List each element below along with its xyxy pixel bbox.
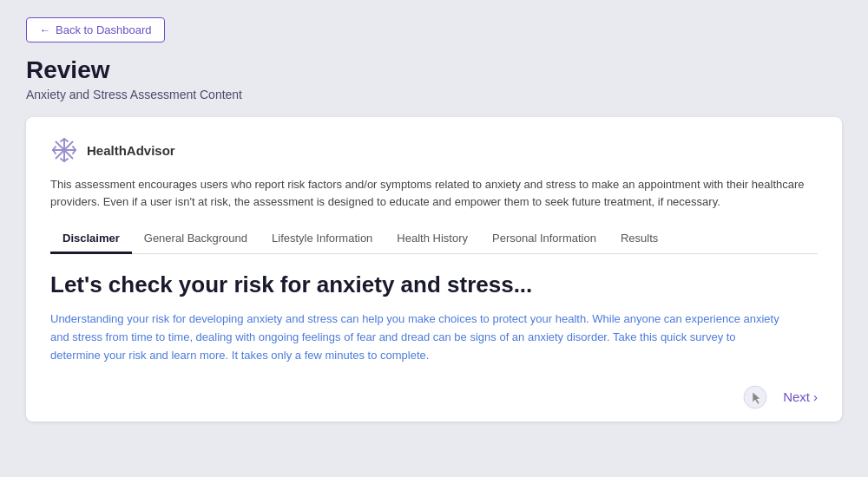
health-advisor-logo-icon (50, 136, 78, 164)
next-button[interactable]: Next › (783, 389, 818, 404)
tab-lifestyle-information[interactable]: Lifestyle Information (260, 225, 385, 254)
cursor-icon (743, 385, 767, 409)
content-body: Understanding your risk for developing a… (50, 310, 779, 364)
brand-row: HealthAdvisor (50, 136, 818, 164)
page-subtitle: Anxiety and Stress Assessment Content (26, 88, 842, 101)
tab-results[interactable]: Results (608, 225, 670, 254)
tab-general-background[interactable]: General Background (132, 225, 260, 254)
assessment-description: This assessment encourages users who rep… (50, 176, 818, 211)
brand-name-label: HealthAdvisor (87, 143, 175, 158)
content-text: Understanding your risk for developing a… (50, 312, 779, 362)
tab-bar: Disclaimer General Background Lifestyle … (50, 225, 818, 254)
tab-personal-information[interactable]: Personal Information (480, 225, 608, 254)
assessment-card: HealthAdvisor This assessment encourages… (26, 117, 842, 421)
next-label: Next (783, 389, 810, 404)
content-heading: Let's check your risk for anxiety and st… (50, 271, 818, 298)
tab-disclaimer[interactable]: Disclaimer (50, 225, 132, 254)
footer-row: Next › (50, 389, 818, 404)
page-title: Review (26, 56, 842, 84)
next-arrow-icon: › (813, 389, 818, 404)
tab-health-history[interactable]: Health History (385, 225, 480, 254)
back-button-label: Back to Dashboard (56, 23, 152, 36)
back-arrow-icon: ← (39, 23, 50, 36)
back-to-dashboard-button[interactable]: ← Back to Dashboard (26, 17, 165, 42)
